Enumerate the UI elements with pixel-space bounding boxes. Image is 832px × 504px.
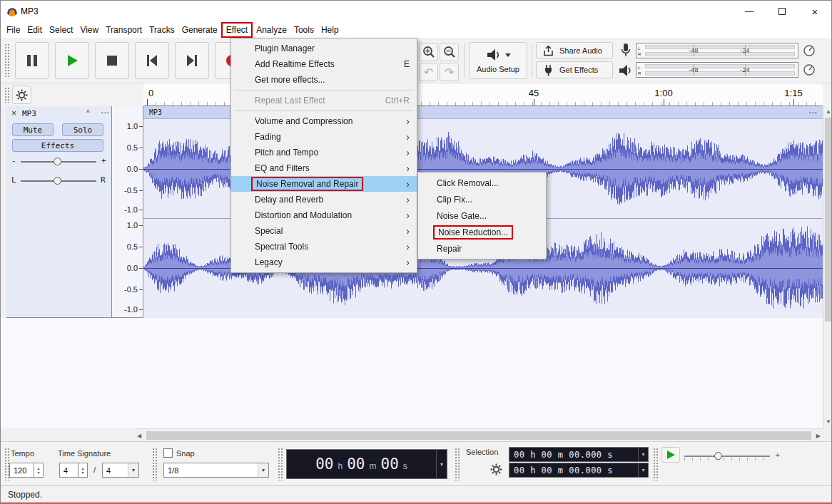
gain-slider-thumb[interactable] xyxy=(54,158,61,165)
toolbar-grip[interactable] xyxy=(4,43,9,78)
toolbar-grip[interactable] xyxy=(278,448,283,480)
toolbar-grip[interactable] xyxy=(4,87,9,103)
toolbar-grip[interactable] xyxy=(653,448,658,480)
selection-settings-gear-icon[interactable] xyxy=(490,463,502,475)
menu-select[interactable]: Select xyxy=(46,22,76,38)
empty-track-area[interactable] xyxy=(1,318,823,428)
vertical-ruler[interactable]: 1.0 0.5 0.0 -0.5 -1.0 1.0 0.5 0.0 -0.5 -… xyxy=(112,106,143,318)
recording-meter[interactable]: L R -48 -24 xyxy=(636,43,798,58)
track-control-panel[interactable]: × MP3 ^ ⋯ Mute Solo Effects - + L R xyxy=(6,106,112,318)
mute-button[interactable]: Mute xyxy=(12,123,54,136)
scroll-left-icon[interactable]: ◀ xyxy=(137,433,141,439)
scale-label: 1.0 xyxy=(127,221,138,230)
horizontal-scrollbar-thumb[interactable] xyxy=(146,431,811,440)
pause-button[interactable] xyxy=(15,42,49,79)
track-close-icon[interactable]: × xyxy=(11,108,16,118)
scroll-down-icon[interactable]: ▼ xyxy=(826,418,831,425)
menu-item-delay-and-reverb[interactable]: Delay and Reverb › xyxy=(231,192,417,207)
speed-slider-thumb[interactable] xyxy=(714,452,722,460)
menu-tracks[interactable]: Tracks xyxy=(146,22,178,38)
play-button[interactable] xyxy=(55,42,89,79)
menu-item-special[interactable]: Special › xyxy=(231,223,417,239)
menu-help[interactable]: Help xyxy=(318,22,343,38)
zoom-in-button[interactable] xyxy=(419,43,438,61)
play-at-speed-button[interactable] xyxy=(661,447,680,463)
toolbar-grip[interactable] xyxy=(455,448,460,480)
minimize-button[interactable]: — xyxy=(733,1,766,22)
menu-transport[interactable]: Transport xyxy=(102,22,146,38)
skip-to-end-button[interactable] xyxy=(175,42,209,79)
menu-separator xyxy=(234,110,414,111)
spin-down-icon[interactable]: ▾ xyxy=(37,470,39,475)
meter-dial-icon[interactable] xyxy=(803,63,816,76)
menu-tools[interactable]: Tools xyxy=(290,22,318,38)
menu-item-label: Delay and Reverb xyxy=(255,195,323,205)
playback-meter[interactable]: L R -48 -24 xyxy=(636,62,798,78)
menu-item-pitch-and-tempo[interactable]: Pitch and Tempo › xyxy=(231,145,417,160)
dropdown-arrow-icon[interactable]: ▾ xyxy=(638,463,648,477)
skip-to-start-button[interactable] xyxy=(135,42,169,79)
menu-item-clip-fix[interactable]: Clip Fix... xyxy=(418,191,546,207)
track-collapse-icon[interactable]: ^ xyxy=(86,109,90,117)
menu-item-noise-removal-and-repair[interactable]: Noise Removal and Repair › xyxy=(231,176,417,192)
toolbar-grip[interactable] xyxy=(4,448,9,480)
menu-effect[interactable]: Effect xyxy=(221,22,253,38)
playback-speed-slider[interactable]: + xyxy=(684,449,780,463)
menu-analyze[interactable]: Analyze xyxy=(253,22,290,38)
menu-item-distortion-and-modulation[interactable]: Distortion and Modulation › xyxy=(231,207,417,223)
pan-slider-thumb[interactable] xyxy=(54,177,61,185)
menu-item-add-realtime-effects[interactable]: Add Realtime Effects E xyxy=(231,56,417,72)
submenu-arrow-icon: › xyxy=(406,195,410,205)
zoom-out-button[interactable] xyxy=(440,43,459,61)
audio-position-display[interactable]: 00h 00m 00s ▾ xyxy=(286,449,447,479)
snap-checkbox[interactable] xyxy=(163,448,173,458)
redo-button[interactable]: ↷ xyxy=(440,63,459,81)
menu-item-spectral-tools[interactable]: Spectral Tools › xyxy=(231,239,417,254)
timeline-options-button[interactable] xyxy=(12,86,31,104)
clip-menu-icon[interactable]: ⋯ xyxy=(808,108,817,118)
spin-down-icon[interactable]: ▾ xyxy=(81,470,83,475)
menu-item-repeat-last-effect[interactable]: Repeat Last Effect Ctrl+R xyxy=(231,93,417,108)
time-signature-lower-select[interactable]: 4 ▾ xyxy=(102,463,139,478)
track-menu-icon[interactable]: ⋯ xyxy=(101,108,109,118)
dropdown-arrow-icon[interactable]: ▾ xyxy=(436,450,447,478)
menu-item-plugin-manager[interactable]: Plugin Manager xyxy=(231,41,417,56)
toolbar-grip[interactable] xyxy=(152,448,157,480)
close-button[interactable]: × xyxy=(798,1,831,22)
vertical-scrollbar-thumb[interactable] xyxy=(825,118,832,322)
menu-item-fading[interactable]: Fading › xyxy=(231,129,417,145)
selection-start-field[interactable]: 00 h 00 m 00.000 s ▾ xyxy=(509,447,649,462)
menu-generate[interactable]: Generate xyxy=(178,22,221,38)
meter-dial-icon[interactable] xyxy=(803,44,816,57)
submenu-arrow-icon: › xyxy=(406,257,410,267)
maximize-button[interactable] xyxy=(766,1,798,22)
audio-setup-button[interactable]: Audio Setup xyxy=(469,42,527,79)
scroll-up-icon[interactable]: ▲ xyxy=(826,108,831,115)
snap-select[interactable]: 1/8 ▾ xyxy=(163,463,269,478)
menu-file[interactable]: File xyxy=(3,22,24,38)
selection-end-field[interactable]: 00 h 00 m 00.000 s ▾ xyxy=(509,463,649,478)
dropdown-arrow-icon[interactable]: ▾ xyxy=(638,448,648,461)
share-audio-button[interactable]: Share Audio xyxy=(536,42,613,59)
menu-item-get-more-effects[interactable]: Get more effects... xyxy=(231,72,417,88)
menu-item-noise-reduction[interactable]: Noise Reduction... xyxy=(418,224,546,240)
tempo-spinner[interactable]: 120 ▴▾ xyxy=(9,463,44,478)
get-effects-button[interactable]: Get Effects xyxy=(536,61,613,78)
menu-edit[interactable]: Edit xyxy=(24,22,46,38)
menu-item-noise-gate[interactable]: Noise Gate... xyxy=(418,207,546,224)
menu-item-legacy[interactable]: Legacy › xyxy=(231,254,417,270)
scroll-right-icon[interactable]: ▶ xyxy=(816,433,821,439)
undo-button[interactable]: ↶ xyxy=(419,63,438,81)
stop-button[interactable] xyxy=(95,42,129,79)
time-signature-upper-spinner[interactable]: 4 ▴▾ xyxy=(59,463,88,478)
menu-item-repair[interactable]: Repair xyxy=(418,240,546,257)
menu-item-click-removal[interactable]: Click Removal... xyxy=(418,175,546,191)
track-name[interactable]: MP3 xyxy=(22,109,36,118)
horizontal-scrollbar[interactable]: ◀ ▶ xyxy=(135,428,823,441)
menu-item-volume-and-compression[interactable]: Volume and Compression › xyxy=(231,113,417,129)
effects-button[interactable]: Effects xyxy=(12,139,103,152)
menu-view[interactable]: View xyxy=(76,22,102,38)
solo-button[interactable]: Solo xyxy=(62,123,103,136)
menu-item-eq-and-filters[interactable]: EQ and Filters › xyxy=(231,160,417,176)
vertical-scrollbar[interactable]: ▲ ▼ xyxy=(823,106,832,428)
